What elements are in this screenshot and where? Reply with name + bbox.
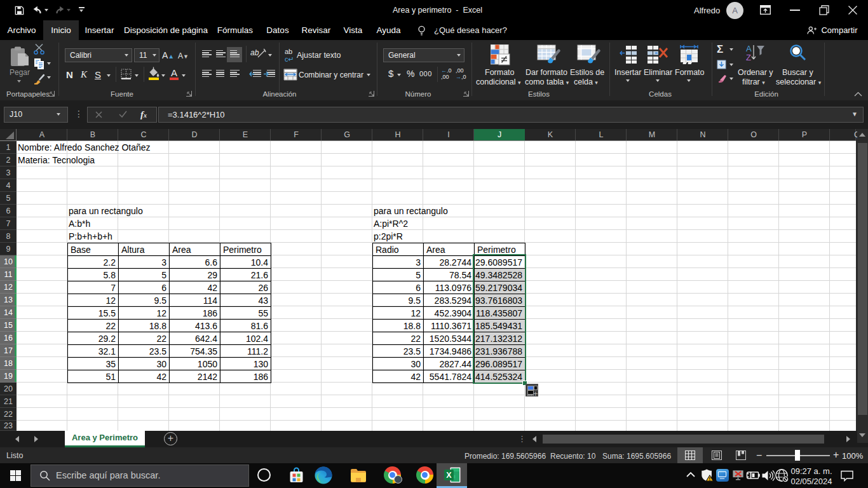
svg-text:X: X [446, 471, 452, 480]
svg-text:Z: Z [746, 53, 751, 62]
svg-text:A: A [746, 44, 752, 53]
